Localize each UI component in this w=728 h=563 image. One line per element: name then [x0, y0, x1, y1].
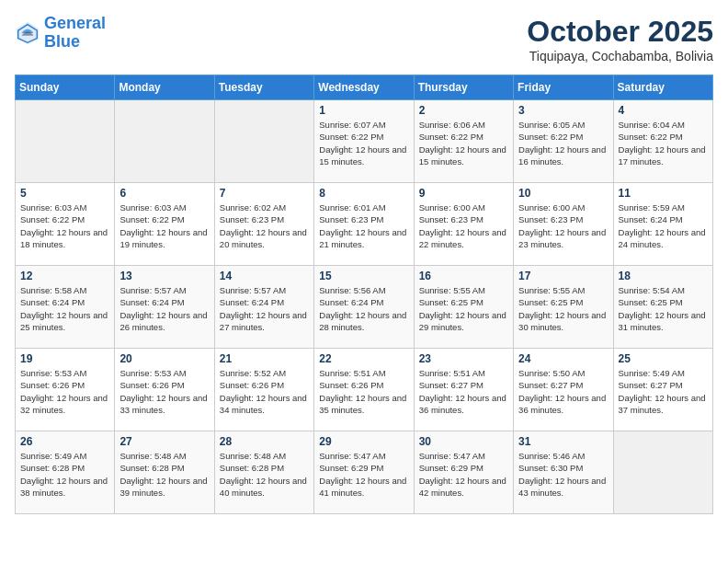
- day-number: 27: [119, 435, 209, 448]
- calendar-cell: 26Sunrise: 5:49 AMSunset: 6:28 PMDayligh…: [16, 431, 115, 514]
- day-info: Sunrise: 6:03 AMSunset: 6:22 PMDaylight:…: [119, 201, 209, 250]
- calendar-cell: 30Sunrise: 5:47 AMSunset: 6:29 PMDayligh…: [414, 431, 513, 514]
- calendar-cell: 19Sunrise: 5:53 AMSunset: 6:26 PMDayligh…: [16, 349, 115, 431]
- calendar-cell: 2Sunrise: 6:06 AMSunset: 6:22 PMDaylight…: [414, 100, 513, 183]
- logo: General Blue: [15, 15, 106, 52]
- day-number: 23: [419, 352, 508, 365]
- day-number: 30: [419, 435, 508, 448]
- day-info: Sunrise: 5:53 AMSunset: 6:26 PMDaylight:…: [20, 367, 109, 416]
- logo-text: General Blue: [44, 15, 106, 52]
- day-info: Sunrise: 5:57 AMSunset: 6:24 PMDaylight:…: [119, 284, 209, 333]
- day-number: 7: [220, 187, 309, 200]
- calendar-cell: 14Sunrise: 5:57 AMSunset: 6:24 PMDayligh…: [214, 266, 313, 349]
- day-info: Sunrise: 6:04 AMSunset: 6:22 PMDaylight:…: [619, 119, 708, 167]
- day-number: 12: [20, 270, 109, 282]
- day-info: Sunrise: 5:51 AMSunset: 6:26 PMDaylight:…: [319, 367, 408, 416]
- day-info: Sunrise: 5:58 AMSunset: 6:24 PMDaylight:…: [20, 284, 109, 333]
- day-number: 28: [220, 435, 309, 448]
- day-info: Sunrise: 5:47 AMSunset: 6:29 PMDaylight:…: [419, 450, 508, 499]
- day-info: Sunrise: 5:49 AMSunset: 6:27 PMDaylight:…: [619, 367, 708, 416]
- weekday-header: Sunday: [16, 75, 115, 100]
- day-info: Sunrise: 5:46 AMSunset: 6:30 PMDaylight:…: [518, 450, 608, 499]
- calendar-cell: [16, 100, 115, 183]
- calendar-cell: 31Sunrise: 5:46 AMSunset: 6:30 PMDayligh…: [514, 431, 613, 514]
- logo-icon: [15, 20, 40, 46]
- calendar-cell: 9Sunrise: 6:00 AMSunset: 6:23 PMDaylight…: [414, 183, 513, 266]
- calendar-header: SundayMondayTuesdayWednesdayThursdayFrid…: [16, 75, 713, 100]
- day-number: 14: [220, 270, 309, 282]
- day-info: Sunrise: 5:59 AMSunset: 6:24 PMDaylight:…: [619, 201, 708, 250]
- day-number: 2: [419, 104, 508, 117]
- day-number: 17: [518, 270, 608, 282]
- day-number: 22: [319, 352, 408, 365]
- day-number: 25: [619, 352, 708, 365]
- calendar-cell: 11Sunrise: 5:59 AMSunset: 6:24 PMDayligh…: [613, 183, 712, 266]
- calendar-week-row: 19Sunrise: 5:53 AMSunset: 6:26 PMDayligh…: [16, 349, 713, 431]
- calendar-cell: 20Sunrise: 5:53 AMSunset: 6:26 PMDayligh…: [115, 349, 214, 431]
- calendar-cell: 10Sunrise: 6:00 AMSunset: 6:23 PMDayligh…: [514, 183, 613, 266]
- day-number: 5: [20, 187, 109, 200]
- day-info: Sunrise: 6:06 AMSunset: 6:22 PMDaylight:…: [419, 119, 508, 167]
- calendar-cell: 13Sunrise: 5:57 AMSunset: 6:24 PMDayligh…: [115, 266, 214, 349]
- day-info: Sunrise: 6:01 AMSunset: 6:23 PMDaylight:…: [319, 201, 408, 250]
- day-info: Sunrise: 6:00 AMSunset: 6:23 PMDaylight:…: [419, 201, 508, 250]
- day-info: Sunrise: 5:55 AMSunset: 6:25 PMDaylight:…: [518, 284, 608, 333]
- calendar-cell: [115, 100, 214, 183]
- calendar-cell: 3Sunrise: 6:05 AMSunset: 6:22 PMDaylight…: [514, 100, 613, 183]
- day-info: Sunrise: 6:05 AMSunset: 6:22 PMDaylight:…: [518, 119, 608, 167]
- calendar-body: 1Sunrise: 6:07 AMSunset: 6:22 PMDaylight…: [16, 100, 713, 514]
- day-number: 13: [119, 270, 209, 282]
- day-info: Sunrise: 5:48 AMSunset: 6:28 PMDaylight:…: [220, 450, 309, 499]
- calendar-cell: 8Sunrise: 6:01 AMSunset: 6:23 PMDaylight…: [314, 183, 414, 266]
- day-info: Sunrise: 6:02 AMSunset: 6:23 PMDaylight:…: [220, 201, 309, 250]
- day-number: 3: [518, 104, 608, 117]
- day-number: 4: [619, 104, 708, 117]
- calendar-cell: 15Sunrise: 5:56 AMSunset: 6:24 PMDayligh…: [314, 266, 414, 349]
- day-number: 29: [319, 435, 408, 448]
- calendar-cell: [613, 431, 712, 514]
- calendar-week-row: 5Sunrise: 6:03 AMSunset: 6:22 PMDaylight…: [16, 183, 713, 266]
- day-number: 18: [619, 270, 708, 282]
- logo-line1: General: [44, 14, 106, 32]
- day-info: Sunrise: 5:51 AMSunset: 6:27 PMDaylight:…: [419, 367, 508, 416]
- day-info: Sunrise: 5:48 AMSunset: 6:28 PMDaylight:…: [119, 450, 209, 499]
- calendar-cell: 17Sunrise: 5:55 AMSunset: 6:25 PMDayligh…: [514, 266, 613, 349]
- month-title: October 2025: [527, 15, 713, 49]
- day-number: 1: [319, 104, 408, 117]
- calendar-table: SundayMondayTuesdayWednesdayThursdayFrid…: [15, 75, 713, 514]
- day-info: Sunrise: 5:55 AMSunset: 6:25 PMDaylight:…: [419, 284, 508, 333]
- weekday-header: Thursday: [414, 75, 513, 100]
- weekday-header: Friday: [514, 75, 613, 100]
- day-number: 26: [20, 435, 109, 448]
- calendar-cell: 22Sunrise: 5:51 AMSunset: 6:26 PMDayligh…: [314, 349, 414, 431]
- title-block: October 2025 Tiquipaya, Cochabamba, Boli…: [527, 15, 713, 63]
- calendar-cell: 28Sunrise: 5:48 AMSunset: 6:28 PMDayligh…: [214, 431, 313, 514]
- calendar-cell: 16Sunrise: 5:55 AMSunset: 6:25 PMDayligh…: [414, 266, 513, 349]
- calendar-cell: 4Sunrise: 6:04 AMSunset: 6:22 PMDaylight…: [613, 100, 712, 183]
- day-number: 21: [220, 352, 309, 365]
- day-number: 6: [119, 187, 209, 200]
- calendar-cell: 12Sunrise: 5:58 AMSunset: 6:24 PMDayligh…: [16, 266, 115, 349]
- day-info: Sunrise: 5:47 AMSunset: 6:29 PMDaylight:…: [319, 450, 408, 499]
- calendar-cell: 29Sunrise: 5:47 AMSunset: 6:29 PMDayligh…: [314, 431, 414, 514]
- day-number: 15: [319, 270, 408, 282]
- calendar-cell: 24Sunrise: 5:50 AMSunset: 6:27 PMDayligh…: [514, 349, 613, 431]
- calendar-cell: 25Sunrise: 5:49 AMSunset: 6:27 PMDayligh…: [613, 349, 712, 431]
- day-info: Sunrise: 6:03 AMSunset: 6:22 PMDaylight:…: [20, 201, 109, 250]
- calendar-cell: [214, 100, 313, 183]
- calendar-cell: 23Sunrise: 5:51 AMSunset: 6:27 PMDayligh…: [414, 349, 513, 431]
- weekday-header: Tuesday: [214, 75, 313, 100]
- day-number: 9: [419, 187, 508, 200]
- logo-line2: Blue: [44, 32, 80, 51]
- day-number: 8: [319, 187, 408, 200]
- calendar-cell: 27Sunrise: 5:48 AMSunset: 6:28 PMDayligh…: [115, 431, 214, 514]
- weekday-header: Monday: [115, 75, 214, 100]
- day-info: Sunrise: 5:53 AMSunset: 6:26 PMDaylight:…: [119, 367, 209, 416]
- page-header: General Blue October 2025 Tiquipaya, Coc…: [15, 15, 713, 63]
- day-number: 11: [619, 187, 708, 200]
- calendar-week-row: 26Sunrise: 5:49 AMSunset: 6:28 PMDayligh…: [16, 431, 713, 514]
- day-number: 16: [419, 270, 508, 282]
- day-info: Sunrise: 5:52 AMSunset: 6:26 PMDaylight:…: [220, 367, 309, 416]
- day-info: Sunrise: 5:49 AMSunset: 6:28 PMDaylight:…: [20, 450, 109, 499]
- weekday-header: Saturday: [613, 75, 712, 100]
